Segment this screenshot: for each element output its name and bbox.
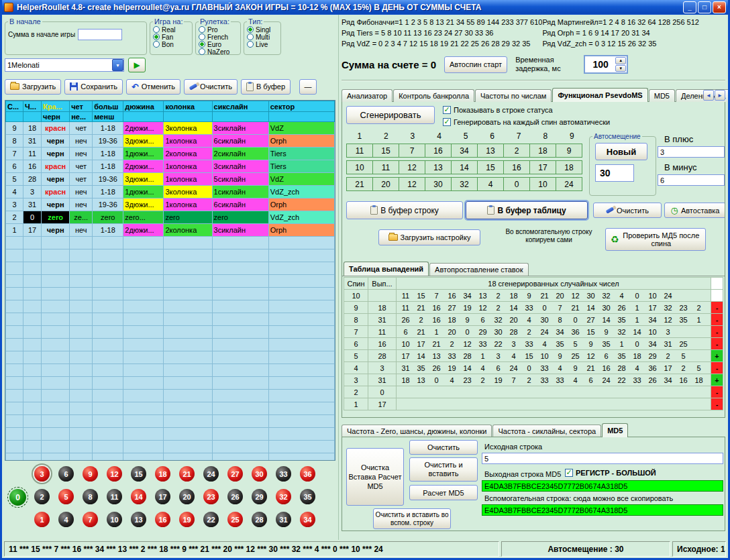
title-bar[interactable]: HelperRoullet 4.8- create helperroullet@… [2,0,728,15]
preset-combobox[interactable]: 1Melonati ▼ [5,58,124,72]
radio-label: Euro [207,41,221,48]
load-button[interactable]: Загрузить [5,79,61,95]
radio-multi[interactable]: Multi [247,34,278,40]
play-button[interactable]: ▶ [128,58,146,72]
md5-clear-paste-button[interactable]: Очистить и вставить [409,457,478,482]
roulette-number-8[interactable]: 8 [83,489,98,504]
minimize-button[interactable]: _ [683,1,696,13]
roulette-number-10[interactable]: 10 [107,512,122,527]
tabs-scroll-left-button[interactable]: ◄ [703,90,714,101]
copy-buffer-button[interactable]: В буфер [241,79,291,95]
roulette-number-26[interactable]: 26 [227,489,243,504]
plus-input[interactable] [658,146,725,158]
spinner-up-button[interactable]: ▲ [615,57,626,64]
roulette-number-23[interactable]: 23 [203,489,219,504]
md5-calc-button[interactable]: Расчет MD5 [409,485,478,500]
roulette-number-32[interactable]: 32 [276,489,291,504]
roulette-number-36[interactable]: 36 [300,466,315,482]
radio-nazero[interactable]: NaZero [199,48,238,55]
roulette-number-30[interactable]: 30 [252,466,267,482]
load-settings-button[interactable]: Загрузить настройку [378,229,480,245]
roulette-number-18[interactable]: 18 [155,466,170,482]
maximize-button[interactable]: □ [698,1,711,13]
spinner-down-button[interactable]: ▼ [615,65,626,72]
roulette-number-34[interactable]: 34 [300,512,315,527]
delay-value[interactable]: 100 [586,57,615,72]
roulette-number-22[interactable]: 22 [203,512,219,527]
roulette-number-16[interactable]: 16 [155,512,170,527]
undo-button[interactable]: ↶Отменить [126,79,180,95]
autospin-start-button[interactable]: Автоспин старт [444,56,507,73]
roulette-zero[interactable]: 0 [9,489,26,506]
close-button[interactable]: × [713,1,726,13]
roulette-number-6[interactable]: 6 [58,466,74,482]
roulette-number-17[interactable]: 17 [155,489,170,504]
roulette-number-7[interactable]: 7 [83,512,98,527]
roulette-number-3[interactable]: 3 [34,466,50,482]
save-button[interactable]: Сохранить [64,79,123,95]
sub-tab-0[interactable]: Таблица выпадений [344,262,429,276]
roulette-number-9[interactable]: 9 [83,466,98,482]
roulette-number-2[interactable]: 2 [34,489,50,504]
roulette-number-20[interactable]: 20 [179,489,195,504]
roulette-number-19[interactable]: 19 [179,512,195,527]
show-status-checkbox[interactable]: ✓Показывать в строке статуса [443,106,553,114]
radio-pro[interactable]: Pro [199,26,238,33]
check-md5-button[interactable]: ♻Проверить МД5 после спина [605,228,706,251]
radio-real[interactable]: Real [153,26,189,33]
roulette-number-28[interactable]: 28 [252,512,267,527]
generate-button[interactable]: Сгенерировать [346,106,435,124]
source-string-input[interactable] [482,453,723,464]
md5-clear-paste-aux-button[interactable]: Очистить и вставить во вспом. строку [373,508,451,529]
roulette-number-1[interactable]: 1 [34,512,50,527]
sub-tab-1[interactable]: Автопроставление ставок [429,263,528,276]
clear-history-button[interactable]: Очистить [184,79,238,95]
autobet-button[interactable]: ◷Автоставка [664,203,725,218]
main-tab-4[interactable]: MD5 [649,89,675,102]
roulette-number-11[interactable]: 11 [107,489,122,504]
generate-each-spin-checkbox[interactable]: ✓Генерировать на каждый спин автоматичес… [443,118,610,126]
copy-table-button[interactable]: В буфер таблицу [466,201,588,219]
collapse-button[interactable]: — [299,79,317,95]
roulette-number-25[interactable]: 25 [227,512,243,527]
bottom-tab-2[interactable]: MD5 [602,423,628,437]
bottom-tab-1[interactable]: Частота - сиклайны, сектора [492,425,601,437]
tabs-scroll-right-button[interactable]: ► [715,90,725,101]
radio-euro[interactable]: Euro [199,41,238,48]
roulette-number-27[interactable]: 27 [227,466,243,482]
roulette-number-5[interactable]: 5 [58,489,74,504]
new-button[interactable]: Новый [595,143,647,160]
roulette-number-4[interactable]: 4 [58,512,74,527]
bottom-tab-0[interactable]: Частота - Zero, шансы, дюжины, колонки [342,425,492,437]
autoshift-value[interactable]: 30 [595,164,634,182]
roulette-number-15[interactable]: 15 [131,466,146,482]
roulette-number-13[interactable]: 13 [131,512,146,527]
md5-multi-button[interactable]: Очистка Вставка Расчет MD5 [346,448,404,506]
radio-bon[interactable]: Bon [153,41,189,48]
copy-row-button[interactable]: В буфер строку [346,201,463,219]
combo-dropdown-button[interactable]: ▼ [112,59,123,71]
radio-french[interactable]: French [199,34,238,40]
md5-clear-button[interactable]: Очистить [409,440,478,455]
roulette-number-35[interactable]: 35 [300,489,315,504]
roulette-number-33[interactable]: 33 [276,466,291,482]
md5-output-field[interactable]: E4DA3B7FBBCE2345D7772B0674A318D5 [482,480,723,492]
radio-live[interactable]: Live [247,41,278,48]
roulette-number-14[interactable]: 14 [131,489,146,504]
main-tab-1[interactable]: Контроль банкролла [393,89,474,102]
roulette-number-24[interactable]: 24 [203,466,219,482]
main-tab-2[interactable]: Частоты по числам [475,89,552,102]
clear-button[interactable]: Очистить [593,203,662,218]
roulette-number-31[interactable]: 31 [276,512,291,527]
roulette-number-12[interactable]: 12 [107,466,122,482]
start-sum-input[interactable] [78,29,122,40]
radio-fan[interactable]: Fan [153,34,189,40]
main-tab-3[interactable]: Функционал PsevdoMS [552,88,647,102]
roulette-number-21[interactable]: 21 [179,466,195,482]
radio-singl[interactable]: Singl [247,26,278,33]
md5-aux-field[interactable]: E4DA3B7FBBCE2345D7772B0674A318D5 [482,504,723,516]
register-uppercase-checkbox[interactable]: ✓РЕГИСТР - БОЛЬШОЙ [565,469,656,477]
main-tab-0[interactable]: Анализатор [342,89,393,102]
minus-input[interactable] [658,174,725,186]
roulette-number-29[interactable]: 29 [252,489,267,504]
